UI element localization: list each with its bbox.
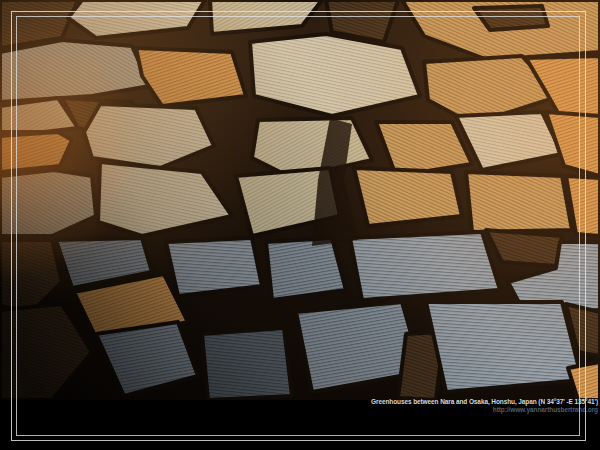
photo-credit-url: http://www.yannarthusbertrand.org — [371, 407, 598, 414]
photo-caption-title: Greenhouses between Nara and Osaka, Hons… — [371, 399, 598, 406]
warm-light-overlay-right — [0, 0, 600, 400]
desktop-wallpaper: Greenhouses between Nara and Osaka, Hons… — [0, 0, 600, 450]
aerial-photo — [0, 0, 600, 400]
photo-caption: Greenhouses between Nara and Osaka, Hons… — [371, 399, 598, 413]
